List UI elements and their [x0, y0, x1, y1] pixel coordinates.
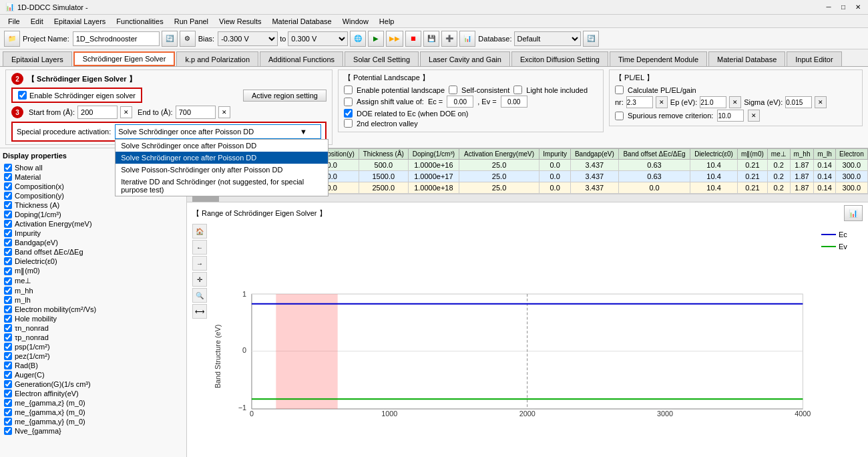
- play-icon[interactable]: ▶: [368, 31, 384, 47]
- sidebar-checkbox-me_{gamma,x}--m_0-[interactable]: [4, 408, 12, 416]
- tab-time-dependent-module[interactable]: Time Dependent Module: [610, 51, 707, 66]
- enable-potential-checkbox[interactable]: [344, 86, 353, 94]
- sidebar-checkbox-doping-1-cm³-[interactable]: [4, 210, 12, 218]
- sidebar-checkbox-me_{gamma,z}--m_0-[interactable]: [4, 399, 12, 407]
- ec-input[interactable]: [447, 96, 473, 108]
- sidebar-checkbox-band-offset-δec-δeg[interactable]: [4, 248, 12, 256]
- sidebar-checkbox-material[interactable]: [4, 173, 12, 181]
- sidebar-checkbox-generation-g--1-s-cm³-[interactable]: [4, 380, 12, 388]
- tab-exciton-diffusion-setting[interactable]: Exciton Diffusion Setting: [511, 51, 608, 66]
- start-input[interactable]: [77, 106, 118, 119]
- proc-option-2[interactable]: Solve Schrödinger once after Poisson DD: [116, 152, 328, 164]
- expand-tool-button[interactable]: ⟷: [192, 304, 207, 319]
- project-name-input[interactable]: [73, 31, 160, 46]
- sidebar-checkbox-impurity[interactable]: [4, 229, 12, 237]
- sidebar-checkbox-nve_{gamma}[interactable]: [4, 427, 12, 435]
- start-clear-icon[interactable]: ✕: [120, 106, 132, 118]
- second-electron-checkbox[interactable]: [344, 119, 353, 128]
- home-tool-button[interactable]: 🏠: [192, 224, 207, 239]
- sidebar-checkbox-m‖-m0-[interactable]: [4, 267, 12, 275]
- zoom-tool-button[interactable]: 🔍: [192, 288, 207, 303]
- menu-item-window[interactable]: Window: [337, 16, 374, 27]
- db-refresh-icon[interactable]: 🔄: [583, 31, 599, 47]
- assign-shift-checkbox[interactable]: [344, 98, 353, 106]
- light-hole-checkbox[interactable]: [513, 86, 522, 94]
- proc-option-4[interactable]: Iterative DD and Schrödinger (not sugges…: [116, 176, 328, 196]
- sidebar-checkbox-pez-1-cm²-[interactable]: [4, 352, 12, 360]
- sidebar-checkbox-electron-mobility-cm²-vs-[interactable]: [4, 305, 12, 313]
- sidebar-checkbox-electron-affinity-ev-[interactable]: [4, 390, 12, 398]
- tab-k-p-and-polarization[interactable]: k.p and Polarization: [176, 51, 258, 66]
- sidebar-checkbox-hole-mobility[interactable]: [4, 315, 12, 323]
- menu-item-edit[interactable]: Edit: [25, 16, 49, 27]
- tab-input-editor[interactable]: Input Editor: [787, 51, 841, 66]
- globe-icon[interactable]: 🌐: [350, 31, 366, 47]
- sidebar-checkbox-auger-c-[interactable]: [4, 371, 12, 379]
- calculate-pl-checkbox[interactable]: [615, 86, 624, 94]
- tab-material-database[interactable]: Material Database: [708, 51, 785, 66]
- settings-icon[interactable]: ⚙: [180, 31, 196, 47]
- sidebar-checkbox-show-all[interactable]: [4, 164, 12, 172]
- sidebar-checkbox-composition-x-[interactable]: [4, 182, 12, 190]
- sidebar-checkbox-me_{gamma,y}--m_0-[interactable]: [4, 418, 12, 426]
- minimize-button[interactable]: ─: [824, 3, 833, 12]
- menu-item-epitaxial-layers[interactable]: Epitaxial Layers: [49, 16, 112, 27]
- tab-epitaxial-layers[interactable]: Epitaxial Layers: [3, 51, 72, 66]
- sidebar-checkbox-bandgap-ev-[interactable]: [4, 239, 12, 247]
- ep-input[interactable]: [700, 96, 726, 108]
- sidebar-checkbox-τp_nonrad[interactable]: [4, 333, 12, 341]
- sidebar-checkbox-me⊥[interactable]: [4, 277, 12, 285]
- spurious-input[interactable]: [717, 110, 744, 122]
- sidebar-checkbox-activation-energy-mev-[interactable]: [4, 220, 12, 228]
- sidebar-checkbox-dielectric-ε0-[interactable]: [4, 257, 12, 265]
- sidebar-checkbox-composition-y-[interactable]: [4, 192, 12, 200]
- close-button[interactable]: ✕: [853, 3, 863, 12]
- sidebar-checkbox-m_hh[interactable]: [4, 287, 12, 295]
- back-tool-button[interactable]: ←: [192, 240, 207, 255]
- doe-checkbox[interactable]: [344, 109, 353, 118]
- maximize-button[interactable]: □: [839, 3, 848, 12]
- sigma-input[interactable]: [785, 96, 812, 108]
- active-region-button[interactable]: Active region setting: [243, 90, 327, 102]
- ev-input[interactable]: [501, 96, 527, 108]
- sidebar-checkbox-thickness--a-[interactable]: [4, 201, 12, 209]
- sidebar-checkbox-m_lh[interactable]: [4, 296, 12, 304]
- sidebar-checkbox-rad-b-[interactable]: [4, 361, 12, 369]
- ep-clear-icon[interactable]: ✕: [729, 96, 741, 108]
- tab-laser-cavity-and-gain[interactable]: Laser Cavity and Gain: [420, 51, 510, 66]
- menu-item-file[interactable]: File: [3, 16, 25, 27]
- end-clear-icon[interactable]: ✕: [218, 106, 230, 118]
- bias-to-select[interactable]: 0.300 V: [288, 31, 348, 46]
- bias-from-select[interactable]: -0.300 V: [218, 31, 278, 46]
- forward-tool-button[interactable]: →: [192, 256, 207, 271]
- end-input[interactable]: [176, 106, 216, 119]
- proc-option-1[interactable]: Solve Schrödinger once after Poisson DD: [116, 140, 328, 152]
- enable-solver-checkbox[interactable]: [18, 91, 27, 100]
- spurious-clear-icon[interactable]: ✕: [748, 110, 760, 122]
- nr-clear-icon[interactable]: ✕: [656, 96, 668, 108]
- nr-input[interactable]: [626, 96, 653, 108]
- refresh-icon[interactable]: 🔄: [162, 31, 178, 47]
- proc-option-3[interactable]: Solve Poisson-Schrödinger only after Poi…: [116, 164, 328, 176]
- add-icon[interactable]: ➕: [441, 31, 457, 47]
- folder-icon[interactable]: 📁: [4, 31, 20, 47]
- menu-item-functionalities[interactable]: Functionalities: [111, 16, 168, 27]
- menu-item-view-results[interactable]: View Results: [214, 16, 266, 27]
- menu-item-help[interactable]: Help: [374, 16, 400, 27]
- tab-schrödinger-eigen-solver[interactable]: Schrödinger Eigen Solver: [73, 51, 176, 66]
- chart-icon[interactable]: 📊: [459, 31, 475, 47]
- sidebar-checkbox-τn_nonrad[interactable]: [4, 324, 12, 332]
- tab-solar-cell-setting[interactable]: Solar Cell Setting: [345, 51, 419, 66]
- menu-item-run-panel[interactable]: Run Panel: [169, 16, 214, 27]
- tab-additional-functions[interactable]: Additional Functions: [260, 51, 343, 66]
- sidebar-checkbox-psp-1-cm²-[interactable]: [4, 343, 12, 351]
- self-consistent-checkbox[interactable]: [449, 86, 457, 94]
- move-tool-button[interactable]: ✛: [192, 272, 207, 287]
- spurious-checkbox[interactable]: [615, 112, 624, 120]
- run-icon[interactable]: ▶▶: [386, 31, 403, 47]
- chart-bar-icon[interactable]: 📊: [844, 205, 863, 221]
- save-icon[interactable]: 💾: [423, 31, 439, 47]
- sigma-clear-icon[interactable]: ✕: [815, 96, 827, 108]
- menu-item-material-database[interactable]: Material Database: [266, 16, 337, 27]
- procedure-dropdown-button[interactable]: Solve Schrödinger once after Poisson DD …: [115, 124, 321, 139]
